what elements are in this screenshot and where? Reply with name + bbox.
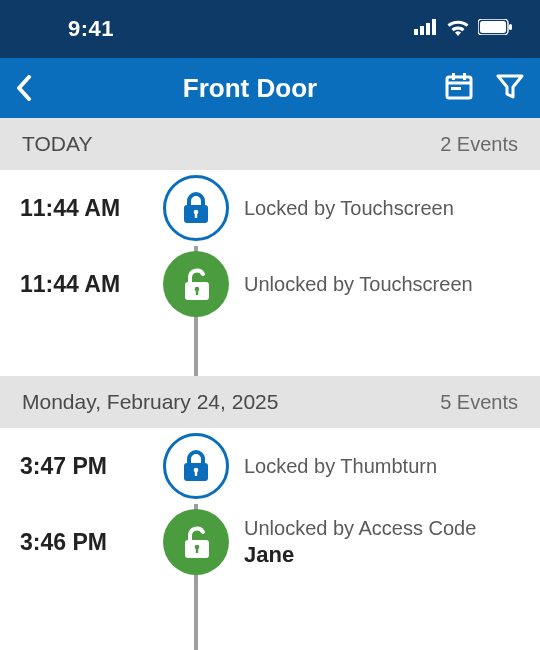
section-label: TODAY <box>22 132 92 156</box>
cellular-icon <box>414 19 438 39</box>
wifi-icon <box>446 18 470 40</box>
svg-rect-3 <box>432 19 436 35</box>
section-count: 2 Events <box>440 133 518 156</box>
svg-rect-17 <box>196 290 198 295</box>
event-description: Locked by Thumbturn <box>234 454 540 479</box>
event-description: Unlocked by Touchscreen <box>234 272 540 297</box>
page-title: Front Door <box>56 73 444 104</box>
event-user: Jane <box>244 541 540 569</box>
event-time: 3:47 PM <box>0 453 158 480</box>
calendar-icon <box>444 71 474 101</box>
svg-rect-11 <box>451 87 461 90</box>
event-time: 3:46 PM <box>0 529 158 556</box>
unlock-icon <box>163 251 229 317</box>
svg-rect-23 <box>196 548 198 553</box>
event-row[interactable]: 11:44 AM Unlocked by Touchscreen <box>0 246 540 322</box>
chevron-left-icon <box>16 75 32 101</box>
svg-rect-6 <box>509 24 512 30</box>
battery-icon <box>478 19 512 39</box>
filter-icon <box>496 72 524 100</box>
calendar-button[interactable] <box>444 71 474 105</box>
event-description: Unlocked by Access Code Jane <box>234 516 540 569</box>
nav-bar: Front Door <box>0 58 540 118</box>
svg-rect-14 <box>195 213 197 218</box>
event-list: 3:47 PM Locked by Thumbturn 3:46 PM Unlo… <box>0 428 540 580</box>
unlock-icon <box>163 509 229 575</box>
back-button[interactable] <box>16 75 56 101</box>
event-description: Locked by Touchscreen <box>234 196 540 221</box>
event-row[interactable]: 3:47 PM Locked by Thumbturn <box>0 428 540 504</box>
svg-rect-1 <box>420 26 424 35</box>
section-count: 5 Events <box>440 391 518 414</box>
svg-rect-5 <box>480 21 506 33</box>
lock-icon <box>163 175 229 241</box>
event-row[interactable]: 3:46 PM Unlocked by Access Code Jane <box>0 504 540 580</box>
event-row[interactable]: 11:44 AM Locked by Touchscreen <box>0 170 540 246</box>
svg-rect-10 <box>463 73 466 80</box>
status-time: 9:41 <box>68 16 114 42</box>
event-time: 11:44 AM <box>0 271 158 298</box>
event-list: 11:44 AM Locked by Touchscreen 11:44 AM … <box>0 170 540 376</box>
status-icons <box>414 18 512 40</box>
section-label: Monday, February 24, 2025 <box>22 390 278 414</box>
svg-rect-2 <box>426 23 430 35</box>
svg-rect-9 <box>452 73 455 80</box>
filter-button[interactable] <box>496 72 524 104</box>
svg-rect-20 <box>195 471 197 476</box>
status-bar: 9:41 <box>0 0 540 58</box>
section-header: Monday, February 24, 2025 5 Events <box>0 376 540 428</box>
lock-icon <box>163 433 229 499</box>
event-time: 11:44 AM <box>0 195 158 222</box>
section-header: TODAY 2 Events <box>0 118 540 170</box>
svg-rect-0 <box>414 29 418 35</box>
